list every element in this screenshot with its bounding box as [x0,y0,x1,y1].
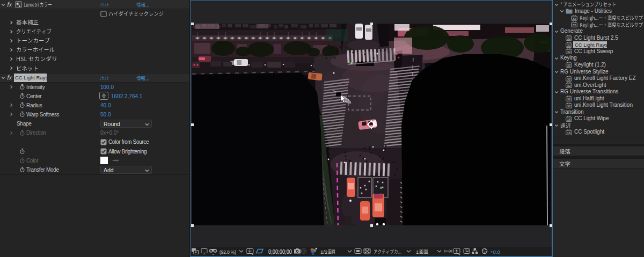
svg-text:32: 32 [567,84,571,87]
svg-text:32: 32 [567,97,571,101]
svg-text:16: 16 [567,117,571,121]
svg-text:1: 1 [416,249,419,255]
svg-text:1/2: 1/2 [320,249,327,255]
svg-text:32: 32 [573,23,576,27]
svg-text:0;00;00;00: 0;00;00;00 [268,249,292,255]
svg-text:32: 32 [567,43,571,47]
svg-text:+0.0: +0.0 [490,249,500,255]
svg-text:16: 16 [567,131,571,135]
svg-text:32: 32 [567,104,571,107]
svg-text:32: 32 [567,63,571,67]
svg-text:(92.8 %): (92.8 %) [219,249,236,255]
svg-text:32: 32 [567,77,571,80]
svg-text:32: 32 [567,50,571,54]
svg-text:32: 32 [573,16,576,20]
svg-text:32: 32 [567,36,571,40]
